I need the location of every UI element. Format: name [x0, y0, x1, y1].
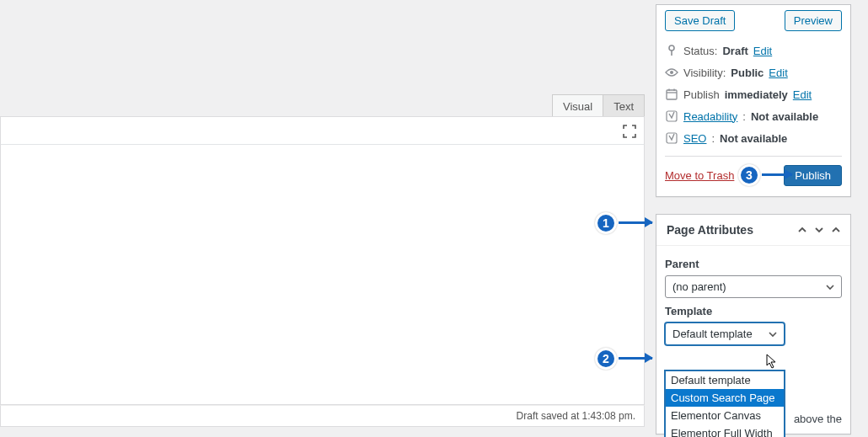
template-select[interactable]: Default template [665, 322, 785, 345]
seo-link[interactable]: SEO [683, 132, 706, 145]
page-attributes-title: Page Attributes [667, 223, 753, 237]
parent-select[interactable]: (no parent) [665, 275, 842, 298]
visibility-row: Visibility: Public Edit [665, 61, 842, 83]
status-label: Status: [683, 45, 717, 57]
schedule-row: Publish immediately Edit [665, 83, 842, 105]
visibility-value: Public [731, 67, 764, 79]
annotation-badge-1: 1 [595, 212, 617, 234]
seo-row: SEO: Not available [665, 127, 842, 149]
editor-area: Visual Text Draft saved at 1:43:08 pm. [0, 0, 645, 437]
editor-canvas[interactable] [0, 145, 645, 405]
publish-label: Publish [683, 88, 720, 101]
yoast-icon [665, 131, 678, 145]
draft-save-status: Draft saved at 1:43:08 pm. [517, 410, 635, 422]
panel-up-icon[interactable] [798, 226, 806, 234]
chevron-down-icon [826, 283, 834, 291]
editor-sidebar: Save Draft Preview Status: Draft Edit Vi… [656, 4, 851, 437]
editor-footer: Draft saved at 1:43:08 pm. [0, 405, 645, 427]
template-label: Template [665, 305, 842, 317]
template-option[interactable]: Elementor Canvas [666, 407, 784, 424]
page-attributes-metabox: Page Attributes Parent (no parent) Templ… [656, 214, 851, 434]
template-dropdown[interactable]: Default templateCustom Search PageElemen… [665, 370, 785, 437]
parent-label: Parent [665, 258, 842, 270]
seo-value: Not available [720, 132, 787, 145]
calendar-icon [665, 88, 678, 101]
panel-toggle-icon[interactable] [832, 226, 840, 234]
yoast-icon [665, 109, 678, 123]
status-value: Draft [722, 45, 747, 57]
annotation-arrow-3 [762, 173, 792, 176]
svg-point-0 [669, 45, 674, 51]
page-attributes-header[interactable]: Page Attributes [656, 215, 850, 246]
svg-rect-7 [667, 111, 677, 121]
fullscreen-icon[interactable] [620, 122, 639, 141]
readability-link[interactable]: Readability [683, 110, 737, 123]
publish-value: immediately [725, 88, 788, 101]
editor-mode-tabs: Visual Text [552, 94, 645, 118]
template-option[interactable]: Custom Search Page [666, 389, 784, 407]
tab-visual[interactable]: Visual [552, 94, 603, 118]
publish-edit-link[interactable]: Edit [793, 88, 812, 101]
annotation-arrow-1 [619, 221, 652, 224]
editor-title-area [0, 0, 645, 116]
editor-toolbar [0, 116, 645, 145]
chevron-down-icon [769, 330, 777, 338]
tab-text[interactable]: Text [603, 94, 645, 118]
eye-icon [665, 66, 678, 79]
svg-rect-8 [667, 133, 677, 143]
visibility-edit-link[interactable]: Edit [769, 67, 787, 79]
help-text-fragment: above the [794, 413, 842, 425]
template-option[interactable]: Elementor Full Width [666, 424, 784, 437]
template-option[interactable]: Default template [666, 371, 784, 389]
cursor-icon [766, 354, 778, 369]
annotation-arrow-2 [619, 357, 652, 360]
move-to-trash-link[interactable]: Move to Trash [665, 169, 734, 182]
save-draft-button[interactable]: Save Draft [665, 10, 735, 31]
panel-down-icon[interactable] [815, 226, 823, 234]
svg-rect-3 [667, 90, 677, 99]
status-row: Status: Draft Edit [665, 40, 842, 61]
template-select-value: Default template [672, 328, 753, 340]
preview-button[interactable]: Preview [785, 10, 842, 31]
svg-point-2 [670, 71, 673, 74]
status-edit-link[interactable]: Edit [753, 45, 772, 57]
parent-select-value: (no parent) [672, 280, 726, 293]
annotation-badge-3: 3 [738, 164, 760, 186]
readability-value: Not available [751, 110, 818, 123]
annotation-badge-2: 2 [595, 348, 617, 370]
visibility-label: Visibility: [683, 67, 726, 79]
readability-row: Readability: Not available [665, 105, 842, 127]
pin-icon [665, 44, 678, 57]
